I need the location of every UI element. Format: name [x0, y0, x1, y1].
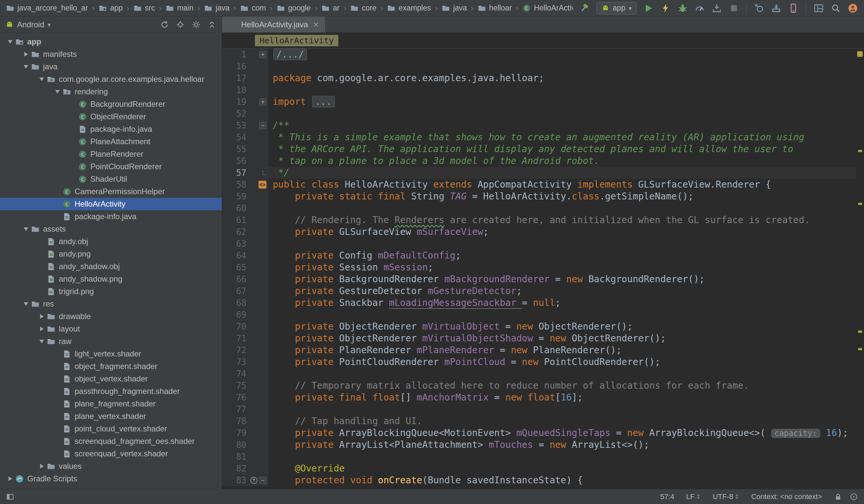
- code-line[interactable]: 53−/**: [222, 120, 864, 131]
- code-line[interactable]: 72 private PlaneRenderer mPlaneRenderer …: [222, 344, 864, 356]
- settings-gear-icon[interactable]: [192, 20, 201, 29]
- tree-item-shaderutil[interactable]: CShaderUtil: [0, 173, 222, 185]
- code-line[interactable]: 82 @Override: [222, 463, 864, 475]
- tree-item-drawable[interactable]: drawable: [0, 310, 222, 323]
- tree-open-arrow-icon[interactable]: [52, 90, 62, 94]
- code-line[interactable]: 74: [222, 368, 864, 380]
- tree-item-passthrough-fragment-shader[interactable]: passthrough_fragment.shader: [0, 385, 222, 398]
- device-manager-icon[interactable]: [788, 3, 799, 13]
- nav-item-ar[interactable]: ar: [321, 4, 339, 12]
- code-line[interactable]: 63: [222, 238, 864, 250]
- tree-open-arrow-icon[interactable]: [21, 65, 31, 69]
- build-hammer-icon[interactable]: [579, 3, 590, 13]
- nav-item-src[interactable]: src: [133, 4, 155, 12]
- context-indicator[interactable]: Context: <no context>: [751, 492, 822, 501]
- tree-item-java[interactable]: java: [0, 60, 222, 73]
- code-line[interactable]: 69: [222, 309, 864, 321]
- code-line[interactable]: 17package com.google.ar.core.examples.ja…: [222, 72, 864, 84]
- tree-item-rendering[interactable]: rendering: [0, 85, 222, 98]
- code-line[interactable]: 57 */: [222, 167, 864, 179]
- tree-item-objectrenderer[interactable]: CObjectRenderer: [0, 110, 222, 123]
- inspection-indicator[interactable]: [857, 51, 863, 57]
- inspections-icon[interactable]: [850, 492, 858, 501]
- tree-item-plane-fragment-shader[interactable]: plane_fragment.shader: [0, 398, 222, 410]
- tree-open-arrow-icon[interactable]: [21, 227, 31, 231]
- code-line[interactable]: 16: [222, 60, 864, 72]
- tree-item-andy-shadow-png[interactable]: andy_shadow.png: [0, 273, 222, 285]
- sdk-manager-icon[interactable]: [771, 3, 781, 13]
- fold-marker-plus[interactable]: +: [259, 98, 266, 106]
- code-line[interactable]: 59 private static final String TAG = Hel…: [222, 191, 864, 202]
- stripe-mark[interactable]: [858, 203, 862, 205]
- tree-item-res[interactable]: res: [0, 298, 222, 310]
- tree-item-planerenderer[interactable]: CPlaneRenderer: [0, 148, 222, 160]
- breadcrumb-current-class[interactable]: HelloArActivity: [255, 35, 338, 46]
- tree-item-package-info-java[interactable]: package-info.java: [0, 123, 222, 135]
- tree-item-object-fragment-shader[interactable]: object_fragment.shader: [0, 360, 222, 373]
- error-stripe[interactable]: [856, 49, 864, 489]
- nav-item-helloaractivity[interactable]: CHelloArActivity: [522, 4, 573, 12]
- code-line[interactable]: 79 private ArrayBlockingQueue<MotionEven…: [222, 427, 864, 439]
- attach-debugger-icon[interactable]: [754, 3, 765, 13]
- sync-icon[interactable]: [160, 20, 169, 29]
- tree-item-layout[interactable]: layout: [0, 323, 222, 335]
- code-line[interactable]: 67 private GestureDetector mGestureDetec…: [222, 285, 864, 297]
- run-config-selector[interactable]: app▾: [597, 2, 637, 14]
- code-line[interactable]: 58<>public class HelloArActivity extends…: [222, 179, 864, 191]
- close-tab-icon[interactable]: ×: [313, 20, 319, 29]
- code-line[interactable]: 55 * the ARCore API. The application wil…: [222, 143, 864, 155]
- nav-item-app[interactable]: app: [98, 4, 122, 12]
- run-icon[interactable]: [643, 3, 654, 13]
- nav-item-examples[interactable]: examples: [387, 4, 431, 12]
- collapse-all-icon[interactable]: [207, 20, 216, 29]
- toolwindows-icon[interactable]: [813, 3, 824, 13]
- search-everywhere-icon[interactable]: [830, 3, 841, 13]
- tree-closed-arrow-icon[interactable]: [37, 327, 47, 331]
- stripe-mark[interactable]: [858, 150, 862, 152]
- fold-marker-end[interactable]: [263, 170, 266, 175]
- code-line[interactable]: 70 private ObjectRenderer mVirtualObject…: [222, 321, 864, 333]
- lock-icon[interactable]: [834, 492, 842, 501]
- nav-item-java_arcore_hello_ar[interactable]: java_arcore_hello_ar: [6, 4, 88, 12]
- tree-item-andy-png[interactable]: andy.png: [0, 248, 222, 260]
- tree-closed-arrow-icon[interactable]: [21, 52, 31, 57]
- related-resource-gutter-icon[interactable]: <>: [259, 181, 266, 189]
- fold-marker-minus[interactable]: −: [259, 477, 266, 484]
- line-separator-indicator[interactable]: LF ↕: [686, 492, 701, 501]
- apply-changes-icon[interactable]: [660, 3, 671, 13]
- code-line[interactable]: 83− protected void onCreate(Bundle saved…: [222, 475, 864, 486]
- code-line[interactable]: 52: [222, 108, 864, 120]
- tree-item-gradle-scripts[interactable]: Gradle Scripts: [0, 472, 222, 485]
- toolwindow-switcher-icon[interactable]: [6, 492, 14, 501]
- tree-item-manifests[interactable]: manifests: [0, 48, 222, 60]
- tree-item-camerapermissionhelper[interactable]: CCameraPermissionHelper: [0, 185, 222, 198]
- nav-item-helloar[interactable]: helloar: [478, 4, 512, 12]
- code-line[interactable]: 73 private PointCloudRenderer mPointClou…: [222, 356, 864, 368]
- code-line[interactable]: 1+/.../: [222, 49, 864, 60]
- tree-item-light-vertex-shader[interactable]: light_vertex.shader: [0, 348, 222, 360]
- code-line[interactable]: 56 * tap on a plane to place a 3d model …: [222, 155, 864, 167]
- fold-marker-plus[interactable]: +: [259, 51, 266, 58]
- overrides-method-gutter-icon[interactable]: [250, 476, 258, 484]
- editor-body[interactable]: 1+/.../1617package com.google.ar.core.ex…: [222, 49, 864, 489]
- tree-item-backgroundrenderer[interactable]: CBackgroundRenderer: [0, 98, 222, 110]
- tree-open-arrow-icon[interactable]: [21, 302, 31, 306]
- tree-item-pointcloudrenderer[interactable]: CPointCloudRenderer: [0, 160, 222, 173]
- code-line[interactable]: 66 private BackgroundRenderer mBackgroun…: [222, 273, 864, 285]
- code-line[interactable]: 80 private ArrayList<PlaneAttachment> mT…: [222, 439, 864, 451]
- project-view-selector[interactable]: Android ▾: [5, 20, 51, 29]
- code-line[interactable]: 19+import ...: [222, 96, 864, 108]
- code-line[interactable]: 81: [222, 451, 864, 463]
- tree-item-andy-shadow-obj[interactable]: andy_shadow.obj: [0, 260, 222, 273]
- tree-closed-arrow-icon[interactable]: [5, 477, 15, 481]
- code-line[interactable]: 65 private Session mSession;: [222, 262, 864, 273]
- code-line[interactable]: 71 private ObjectRenderer mVirtualObject…: [222, 333, 864, 344]
- code-line[interactable]: 60: [222, 202, 864, 214]
- tree-item-screenquad-fragment-oes-shader[interactable]: screenquad_fragment_oes.shader: [0, 435, 222, 447]
- nav-item-com[interactable]: com: [240, 4, 266, 12]
- tree-item-assets[interactable]: assets: [0, 223, 222, 235]
- tree-item-com-google-ar-core-examples-java-helloar[interactable]: com.google.ar.core.examples.java.helloar: [0, 73, 222, 85]
- tree-item-point-cloud-vertex-shader[interactable]: point_cloud_vertex.shader: [0, 422, 222, 435]
- apply-code-changes-icon[interactable]: [711, 3, 722, 13]
- tree-item-screenquad-vertex-shader[interactable]: screenquad_vertex.shader: [0, 447, 222, 460]
